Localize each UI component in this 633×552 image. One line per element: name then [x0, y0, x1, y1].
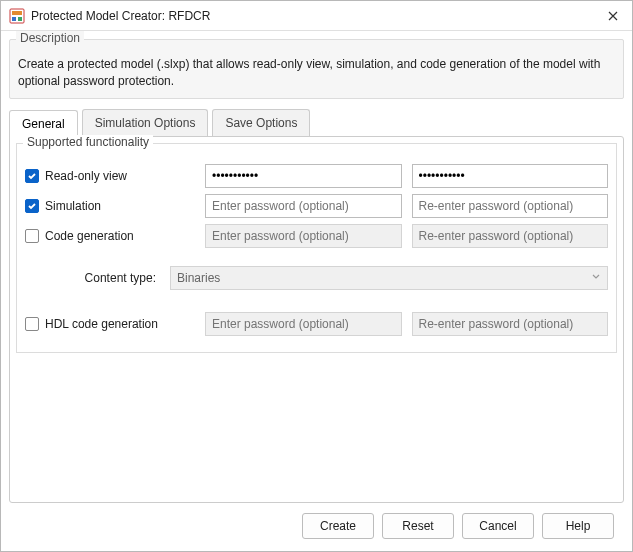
tab-panel-general: Supported functionality Read-only view [9, 136, 624, 503]
tab-save-options[interactable]: Save Options [212, 109, 310, 136]
svg-rect-2 [12, 17, 16, 21]
tab-label: Simulation Options [95, 116, 196, 130]
confirm-password-code-generation [412, 224, 609, 248]
tab-strip: General Simulation Options Save Options [9, 109, 624, 136]
svg-rect-1 [12, 11, 22, 15]
title-bar: Protected Model Creator: RFDCR [1, 1, 632, 31]
description-text: Create a protected model (.slxp) that al… [18, 56, 615, 90]
confirm-password-read-only[interactable] [412, 164, 609, 188]
window-title: Protected Model Creator: RFDCR [31, 9, 210, 23]
dialog-content: Description Create a protected model (.s… [1, 31, 632, 551]
label-read-only: Read-only view [45, 169, 127, 183]
confirm-password-hdl [412, 312, 609, 336]
label-simulation: Simulation [45, 199, 101, 213]
select-content-type-value: Binaries [177, 271, 220, 285]
label-hdl-code-generation: HDL code generation [45, 317, 158, 331]
help-button[interactable]: Help [542, 513, 614, 539]
select-content-type: Binaries [170, 266, 608, 290]
tab-label: General [22, 117, 65, 131]
close-icon[interactable] [602, 8, 624, 24]
button-label: Create [320, 519, 356, 533]
tab-simulation-options[interactable]: Simulation Options [82, 109, 209, 136]
create-button[interactable]: Create [302, 513, 374, 539]
svg-rect-3 [18, 17, 22, 21]
button-label: Cancel [479, 519, 516, 533]
password-hdl [205, 312, 402, 336]
password-code-generation [205, 224, 402, 248]
checkbox-code-generation[interactable] [25, 229, 39, 243]
label-code-generation: Code generation [45, 229, 134, 243]
button-bar: Create Reset Cancel Help [9, 503, 624, 551]
button-label: Help [566, 519, 591, 533]
checkbox-hdl-code-generation[interactable] [25, 317, 39, 331]
row-code-generation: Code generation [25, 224, 608, 248]
password-simulation[interactable] [205, 194, 402, 218]
row-read-only: Read-only view [25, 164, 608, 188]
cancel-button[interactable]: Cancel [462, 513, 534, 539]
app-icon [9, 8, 25, 24]
confirm-password-simulation[interactable] [412, 194, 609, 218]
row-content-type: Content type: Binaries [25, 266, 608, 290]
chevron-down-icon [591, 271, 601, 285]
tab-general[interactable]: General [9, 110, 78, 137]
description-legend: Description [16, 31, 84, 45]
button-label: Reset [402, 519, 433, 533]
description-group: Description Create a protected model (.s… [9, 39, 624, 99]
checkbox-simulation[interactable] [25, 199, 39, 213]
supported-functionality-group: Supported functionality Read-only view [16, 143, 617, 353]
checkbox-read-only[interactable] [25, 169, 39, 183]
row-hdl-code-generation: HDL code generation [25, 312, 608, 336]
password-read-only[interactable] [205, 164, 402, 188]
row-simulation: Simulation [25, 194, 608, 218]
label-content-type: Content type: [25, 271, 160, 285]
reset-button[interactable]: Reset [382, 513, 454, 539]
supported-functionality-legend: Supported functionality [23, 135, 153, 149]
dialog-window: Protected Model Creator: RFDCR Descripti… [0, 0, 633, 552]
tab-label: Save Options [225, 116, 297, 130]
